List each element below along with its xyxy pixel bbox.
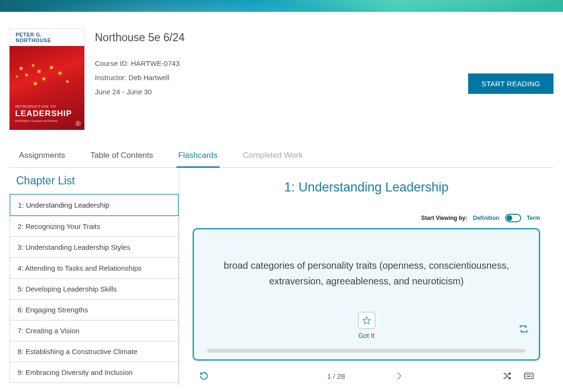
repeat-icon[interactable] — [519, 325, 528, 335]
chapter-item[interactable]: 1: Understanding Leadership — [9, 194, 179, 216]
chapter-item[interactable]: 8: Establishing a Constructive Climate — [9, 341, 179, 362]
flashcard-text: broad categories of personality traits (… — [207, 258, 526, 289]
shuffle-icon — [502, 371, 512, 381]
card-counter: 1 / 28 — [327, 372, 345, 380]
chapter-list: 1: Understanding Leadership 2: Recognizi… — [9, 194, 179, 383]
course-id: Course ID: HARTWE-0743 — [95, 59, 180, 67]
refresh-icon — [199, 371, 209, 381]
got-it-button[interactable] — [358, 312, 375, 329]
chapter-item[interactable]: 4: Attending to Tasks and Relationships — [9, 258, 179, 279]
keyboard-shortcuts-button[interactable] — [522, 369, 535, 383]
cover-title: LEADERSHIP — [15, 109, 79, 119]
chevron-right-icon — [394, 371, 404, 381]
restart-button[interactable] — [197, 369, 211, 383]
svg-rect-2 — [526, 374, 526, 375]
flashcard[interactable]: broad categories of personality traits (… — [193, 228, 540, 361]
svg-marker-0 — [363, 317, 370, 324]
publisher-badge-icon: S — [75, 121, 81, 126]
tab-flashcards[interactable]: Flashcards — [176, 144, 220, 168]
cover-author-tab: PETER G. NORTHOUSE — [9, 28, 84, 46]
view-mode-row: Start Viewing by: Definition Term — [193, 214, 540, 222]
keyboard-icon — [524, 371, 534, 381]
star-icon — [362, 316, 371, 325]
got-it-label: Got It — [358, 332, 374, 339]
chapter-item[interactable]: 3: Understanding Leadership Styles — [9, 237, 179, 258]
shuffle-button[interactable] — [500, 369, 514, 383]
tab-bar: Assignments Table of Contents Flashcards… — [9, 144, 554, 168]
flashcard-panel: 1: Understanding Leadership Start Viewin… — [179, 168, 554, 386]
chapter-item[interactable]: 7: Creating a Vision — [9, 320, 179, 341]
chapter-item[interactable]: 5: Developing Leadership Skills — [9, 279, 179, 300]
svg-rect-4 — [529, 374, 530, 375]
view-mode-toggle[interactable] — [505, 214, 521, 222]
cover-subtitle: Fifth Edition • Concepts and Practice — [15, 119, 79, 122]
svg-rect-8 — [531, 376, 532, 377]
course-dates: June 24 - June 30 — [95, 88, 152, 96]
flashcard-progress — [207, 349, 526, 353]
tab-table-of-contents[interactable]: Table of Contents — [88, 144, 155, 168]
top-banner — [0, 0, 563, 12]
start-reading-button[interactable]: START READING — [468, 73, 554, 94]
chapter-item[interactable]: 2: Recognizing Your Traits — [9, 216, 179, 237]
tab-completed-work: Completed Work — [241, 144, 305, 168]
course-instructor: Instructor: Deb Hartwell — [95, 73, 169, 82]
svg-rect-5 — [530, 374, 531, 375]
svg-rect-6 — [526, 376, 526, 377]
chapter-list-heading: Chapter List — [16, 174, 179, 187]
tab-assignments[interactable]: Assignments — [17, 144, 67, 168]
view-option-definition[interactable]: Definition — [473, 215, 499, 221]
chapter-item[interactable]: 6: Engaging Strengths — [9, 300, 179, 320]
view-mode-label: Start Viewing by: — [421, 215, 467, 221]
toggle-knob-icon — [507, 215, 512, 221]
cover-intro: INTRODUCTION TO — [15, 104, 79, 109]
card-controls: 1 / 28 — [193, 361, 540, 383]
svg-rect-7 — [527, 376, 531, 377]
book-cover[interactable]: PETER G. NORTHOUSE PETER G. NORTHOUSE IN… — [9, 28, 84, 130]
cover-artwork — [9, 64, 84, 90]
course-header: PETER G. NORTHOUSE PETER G. NORTHOUSE IN… — [9, 12, 554, 144]
view-option-term[interactable]: Term — [527, 215, 540, 221]
chapter-item[interactable]: 9: Embracing Diversity and Inclusion — [9, 362, 179, 383]
flashcard-chapter-title: 1: Understanding Leadership — [193, 180, 540, 195]
course-title: Northouse 5e 6/24 — [95, 31, 458, 44]
next-card-button[interactable] — [392, 369, 406, 383]
svg-rect-3 — [527, 374, 528, 375]
chapter-sidebar: Chapter List 1: Understanding Leadership… — [9, 168, 179, 386]
